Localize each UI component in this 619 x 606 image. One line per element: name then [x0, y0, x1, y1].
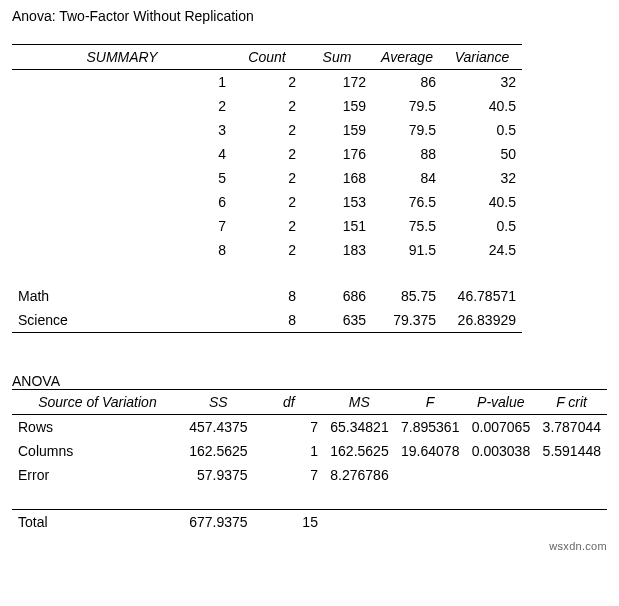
- anova-ss: 162.5625: [183, 439, 254, 463]
- table-row: Math868685.7546.78571: [12, 284, 607, 308]
- table-row: Science863579.37526.83929: [12, 308, 607, 333]
- summary-header-sum: Sum: [302, 45, 372, 70]
- row-count: 2: [232, 190, 302, 214]
- group-name: Math: [12, 284, 232, 308]
- anova-source: Rows: [12, 415, 183, 440]
- row-sum: 159: [302, 118, 372, 142]
- row-variance: 32: [442, 70, 522, 95]
- row-variance: 40.5: [442, 94, 522, 118]
- group-sum: 635: [302, 308, 372, 333]
- row-count: 2: [232, 142, 302, 166]
- anova-total-df: 15: [254, 509, 324, 534]
- group-average: 79.375: [372, 308, 442, 333]
- anova-source: Columns: [12, 439, 183, 463]
- table-row: 3215979.50.5: [12, 118, 607, 142]
- anova-f: 19.64078: [395, 439, 466, 463]
- anova-ss: 57.9375: [183, 463, 254, 487]
- row-variance: 40.5: [442, 190, 522, 214]
- anova-table: Source of Variation SS df MS F P-value F…: [12, 389, 607, 534]
- summary-header-row: SUMMARY Count Sum Average Variance: [12, 45, 607, 70]
- table-row: 521688432: [12, 166, 607, 190]
- row-id: 6: [12, 190, 232, 214]
- brand-watermark: wsxdn.com: [12, 534, 607, 552]
- anova-header-ss: SS: [183, 390, 254, 415]
- anova-ms: 8.276786: [324, 463, 395, 487]
- group-count: 8: [232, 308, 302, 333]
- table-row: 121728632: [12, 70, 607, 95]
- anova-fcrit: [536, 463, 607, 487]
- spacer: [12, 262, 607, 284]
- anova-header-f: F: [395, 390, 466, 415]
- group-variance: 26.83929: [442, 308, 522, 333]
- anova-ms: 65.34821: [324, 415, 395, 440]
- row-average: 79.5: [372, 118, 442, 142]
- summary-table: SUMMARY Count Sum Average Variance 12172…: [12, 44, 607, 333]
- row-id: 2: [12, 94, 232, 118]
- row-id: 4: [12, 142, 232, 166]
- group-average: 85.75: [372, 284, 442, 308]
- anova-fcrit: 3.787044: [536, 415, 607, 440]
- anova-df: 1: [254, 439, 324, 463]
- row-id: 5: [12, 166, 232, 190]
- row-average: 76.5: [372, 190, 442, 214]
- row-variance: 24.5: [442, 238, 522, 262]
- page-title: Anova: Two-Factor Without Replication: [12, 8, 607, 28]
- table-row-total: Total677.937515: [12, 509, 607, 534]
- row-average: 86: [372, 70, 442, 95]
- row-variance: 0.5: [442, 118, 522, 142]
- row-variance: 50: [442, 142, 522, 166]
- anova-header-source: Source of Variation: [12, 390, 183, 415]
- anova-p: 0.007065: [465, 415, 536, 440]
- group-sum: 686: [302, 284, 372, 308]
- table-row: Error57.937578.276786: [12, 463, 607, 487]
- row-average: 84: [372, 166, 442, 190]
- anova-header-pvalue: P-value: [465, 390, 536, 415]
- row-sum: 153: [302, 190, 372, 214]
- anova-df: 7: [254, 463, 324, 487]
- anova-df: 7: [254, 415, 324, 440]
- table-row: 2215979.540.5: [12, 94, 607, 118]
- row-variance: 32: [442, 166, 522, 190]
- table-row: 6215376.540.5: [12, 190, 607, 214]
- row-count: 2: [232, 166, 302, 190]
- anova-header-ms: MS: [324, 390, 395, 415]
- row-average: 88: [372, 142, 442, 166]
- row-count: 2: [232, 70, 302, 95]
- row-average: 79.5: [372, 94, 442, 118]
- row-sum: 183: [302, 238, 372, 262]
- row-id: 1: [12, 70, 232, 95]
- row-average: 91.5: [372, 238, 442, 262]
- anova-p: 0.003038: [465, 439, 536, 463]
- row-sum: 172: [302, 70, 372, 95]
- anova-header-df: df: [254, 390, 324, 415]
- table-row: 8218391.524.5: [12, 238, 607, 262]
- summary-header-count: Count: [232, 45, 302, 70]
- row-id: 8: [12, 238, 232, 262]
- group-count: 8: [232, 284, 302, 308]
- table-row: 7215175.50.5: [12, 214, 607, 238]
- table-row: Columns162.56251162.562519.640780.003038…: [12, 439, 607, 463]
- anova-fcrit: 5.591448: [536, 439, 607, 463]
- row-sum: 151: [302, 214, 372, 238]
- table-row: Rows457.4375765.348217.8953610.0070653.7…: [12, 415, 607, 440]
- row-sum: 168: [302, 166, 372, 190]
- row-count: 2: [232, 238, 302, 262]
- row-count: 2: [232, 118, 302, 142]
- summary-header-average: Average: [372, 45, 442, 70]
- summary-header-label: SUMMARY: [12, 45, 232, 70]
- anova-header-row: Source of Variation SS df MS F P-value F…: [12, 390, 607, 415]
- anova-p: [465, 463, 536, 487]
- row-id: 7: [12, 214, 232, 238]
- row-sum: 159: [302, 94, 372, 118]
- row-count: 2: [232, 214, 302, 238]
- anova-header-fcrit: F crit: [536, 390, 607, 415]
- row-average: 75.5: [372, 214, 442, 238]
- anova-ms: 162.5625: [324, 439, 395, 463]
- anova-f: [395, 463, 466, 487]
- anova-f: 7.895361: [395, 415, 466, 440]
- anova-total-ss: 677.9375: [183, 509, 254, 534]
- anova-source: Error: [12, 463, 183, 487]
- group-name: Science: [12, 308, 232, 333]
- spacer: [12, 487, 607, 509]
- summary-header-variance: Variance: [442, 45, 522, 70]
